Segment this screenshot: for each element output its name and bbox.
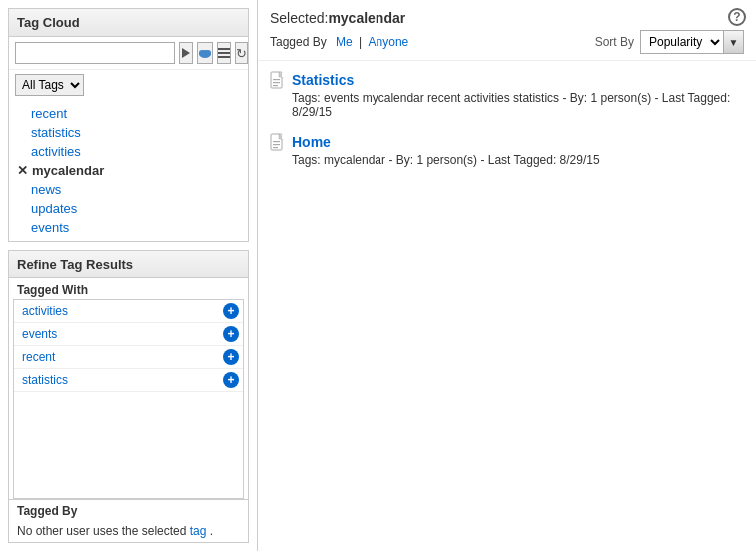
tag-link[interactable]: recent (31, 106, 67, 121)
right-panel: Selected:mycalendar Tagged By Me | Anyon… (258, 0, 756, 551)
refine-tag-link[interactable]: statistics (22, 373, 68, 387)
tag-go-button[interactable] (179, 42, 193, 64)
svg-rect-18 (282, 135, 285, 139)
result-item-header: Statistics (270, 71, 744, 89)
refine-tag-link[interactable]: recent (22, 350, 55, 364)
tagged-by-anyone-link[interactable]: Anyone (369, 35, 409, 49)
tagged-with-list-container: activities + events + recent + statist (13, 299, 244, 499)
tag-link[interactable]: events (31, 220, 69, 235)
svg-rect-6 (218, 56, 230, 58)
svg-rect-16 (273, 144, 280, 145)
tag-list-button[interactable] (217, 42, 231, 64)
tag-link[interactable]: news (31, 182, 61, 197)
tagged-by-label: Tagged By (9, 499, 248, 520)
result-meta-home: Tags: mycalendar - By: 1 person(s) - Las… (270, 153, 744, 167)
right-header: Selected:mycalendar Tagged By Me | Anyon… (258, 0, 756, 61)
no-other-user-text: No other user uses the selected tag . (9, 520, 248, 542)
refine-tag-link[interactable]: activities (22, 304, 68, 318)
add-tag-button[interactable]: + (223, 349, 239, 365)
tag-filter-dropdown[interactable]: All Tags (15, 74, 84, 96)
tag-item-selected[interactable]: ✕ mycalendar (9, 161, 248, 180)
tag-link[interactable]: updates (31, 201, 77, 216)
svg-marker-0 (182, 48, 190, 58)
refine-list-item: recent + (14, 346, 243, 369)
tagged-with-list[interactable]: activities + events + recent + statist (13, 299, 244, 499)
sort-select-container: Popularity Date Name ▼ (640, 30, 744, 54)
refine-list-item: events + (14, 323, 243, 346)
sort-select[interactable]: Popularity Date Name (641, 31, 723, 53)
result-item: Statistics Tags: events mycalendar recen… (270, 71, 744, 119)
tag-item[interactable]: updates (9, 199, 248, 218)
refine-body: Tagged With activities + events + recent (9, 278, 248, 542)
selected-title: Selected:mycalendar (270, 10, 744, 26)
tag-cloud-button[interactable] (197, 42, 213, 64)
tag-item[interactable]: events (9, 218, 248, 237)
tag-search-input[interactable] (15, 42, 175, 64)
result-title-statistics[interactable]: Statistics (292, 72, 354, 88)
refine-tag-link[interactable]: events (22, 327, 57, 341)
tag-cloud-header: Tag Cloud (9, 9, 248, 37)
refine-list-item: statistics + (14, 369, 243, 392)
result-title-home[interactable]: Home (292, 134, 331, 150)
result-meta-statistics: Tags: events mycalendar recent activitie… (270, 91, 744, 119)
add-tag-button[interactable]: + (223, 303, 239, 319)
svg-rect-11 (273, 85, 278, 86)
left-panel: Tag Cloud ↻ (0, 0, 258, 551)
tag-item[interactable]: statistics (9, 123, 248, 142)
tag-filter-row: All Tags (9, 70, 248, 100)
svg-rect-12 (282, 73, 285, 77)
tag-link-selected[interactable]: mycalendar (32, 163, 104, 178)
refine-list-item: activities + (14, 300, 243, 323)
svg-point-2 (199, 50, 205, 56)
add-tag-button[interactable]: + (223, 326, 239, 342)
result-item-header: Home (270, 133, 744, 151)
tag-remove-icon[interactable]: ✕ (17, 163, 28, 178)
tag-list: recent statistics activities ✕ mycalenda… (9, 100, 248, 241)
sort-by-row: Sort By Popularity Date Name ▼ (595, 30, 744, 54)
tagged-by-links: Tagged By Me | Anyone (270, 35, 408, 49)
svg-rect-15 (273, 141, 280, 142)
tag-link[interactable]: activities (31, 144, 81, 159)
document-icon (270, 71, 286, 89)
refine-tag-results-section: Refine Tag Results Tagged With activitie… (8, 250, 249, 543)
tag-item[interactable]: activities (9, 142, 248, 161)
add-tag-button[interactable]: + (223, 372, 239, 388)
document-icon (270, 133, 286, 151)
svg-rect-17 (273, 147, 278, 148)
tag-refresh-button[interactable]: ↻ (235, 42, 248, 64)
tagged-by-me-link[interactable]: Me (336, 35, 353, 49)
help-icon[interactable]: ? (728, 8, 746, 26)
tag-item[interactable]: news (9, 180, 248, 199)
svg-rect-9 (273, 79, 280, 80)
tag-cloud-section: Tag Cloud ↻ (8, 8, 249, 242)
tagged-by-row: Tagged By Me | Anyone Sort By Popularity… (270, 30, 744, 54)
result-item: Home Tags: mycalendar - By: 1 person(s) … (270, 133, 744, 167)
svg-rect-5 (218, 52, 230, 54)
tag-item[interactable]: recent (9, 104, 248, 123)
results-list: Statistics Tags: events mycalendar recen… (258, 61, 756, 551)
tagged-with-label: Tagged With (9, 278, 248, 299)
tag-link[interactable]: statistics (31, 125, 81, 140)
svg-rect-10 (273, 82, 280, 83)
refine-header: Refine Tag Results (9, 251, 248, 278)
tag-cloud-toolbar: ↻ (9, 37, 248, 70)
sort-dropdown-arrow[interactable]: ▼ (723, 31, 743, 53)
svg-rect-4 (218, 48, 230, 50)
svg-point-3 (205, 50, 211, 56)
